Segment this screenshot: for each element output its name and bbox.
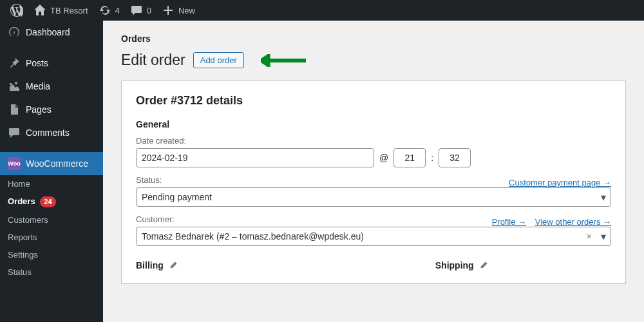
updates-count: 4 bbox=[115, 6, 120, 15]
billing-heading: Billing bbox=[136, 260, 164, 270]
menu-media[interactable]: Media bbox=[0, 75, 103, 98]
media-icon bbox=[8, 80, 21, 93]
site-link[interactable]: TB Resort bbox=[28, 0, 93, 21]
menu-media-label: Media bbox=[26, 81, 50, 91]
add-order-button[interactable]: Add order bbox=[193, 52, 244, 68]
new-link[interactable]: New bbox=[156, 0, 200, 21]
woocommerce-icon: Woo bbox=[8, 157, 21, 170]
annotation-arrow bbox=[261, 54, 306, 67]
pages-icon bbox=[8, 103, 21, 116]
arrow-icon bbox=[261, 54, 306, 67]
at-symbol: @ bbox=[379, 153, 388, 163]
wordpress-icon bbox=[10, 4, 23, 17]
submenu-customers[interactable]: Customers bbox=[0, 211, 103, 229]
svg-rect-0 bbox=[269, 59, 306, 62]
menu-comments-label: Comments bbox=[26, 128, 70, 138]
date-input[interactable] bbox=[136, 148, 374, 167]
submenu-orders[interactable]: Orders 24 bbox=[0, 193, 103, 211]
customer-value[interactable] bbox=[136, 227, 611, 246]
menu-woocommerce[interactable]: Woo WooCommerce bbox=[0, 152, 103, 175]
view-orders-link[interactable]: View other orders → bbox=[535, 217, 611, 227]
home-icon bbox=[33, 4, 46, 17]
edit-shipping-icon[interactable] bbox=[479, 261, 488, 270]
menu-pages[interactable]: Pages bbox=[0, 98, 103, 121]
order-panel: Order #3712 details General Date created… bbox=[121, 80, 626, 284]
shipping-heading: Shipping bbox=[435, 260, 474, 270]
menu-posts-label: Posts bbox=[26, 58, 48, 68]
date-created-label: Date created: bbox=[136, 136, 611, 146]
submenu-status[interactable]: Status bbox=[0, 263, 103, 281]
customer-label: Customer: bbox=[136, 214, 175, 224]
menu-dashboard-label: Dashboard bbox=[26, 27, 70, 37]
comment-icon bbox=[130, 4, 143, 17]
dashboard-icon bbox=[8, 26, 21, 39]
menu-dashboard[interactable]: Dashboard bbox=[0, 21, 103, 44]
refresh-icon bbox=[99, 4, 111, 17]
plus-icon bbox=[162, 4, 175, 17]
comments-count: 0 bbox=[147, 6, 151, 15]
menu-pages-label: Pages bbox=[26, 104, 52, 115]
order-heading: Order #3712 details bbox=[136, 94, 611, 108]
profile-link[interactable]: Profile → bbox=[492, 217, 526, 227]
wp-logo[interactable] bbox=[5, 0, 28, 21]
updates-link[interactable]: 4 bbox=[93, 0, 125, 21]
pin-icon bbox=[8, 57, 21, 70]
submenu-reports[interactable]: Reports bbox=[0, 229, 103, 246]
menu-woocommerce-label: WooCommerce bbox=[26, 158, 88, 169]
status-label: Status: bbox=[136, 175, 162, 185]
orders-badge: 24 bbox=[40, 196, 55, 207]
menu-posts[interactable]: Posts bbox=[0, 52, 103, 75]
customer-select[interactable]: × ▾ bbox=[136, 227, 611, 246]
menu-comments[interactable]: Comments bbox=[0, 121, 103, 144]
time-colon: : bbox=[431, 153, 433, 163]
submenu-home[interactable]: Home bbox=[0, 175, 103, 193]
minute-input[interactable] bbox=[439, 148, 471, 167]
customer-payment-link[interactable]: Customer payment page → bbox=[509, 178, 611, 187]
site-name: TB Resort bbox=[50, 6, 88, 15]
general-section-title: General bbox=[136, 119, 611, 129]
edit-billing-icon[interactable] bbox=[169, 261, 178, 270]
new-label: New bbox=[178, 6, 195, 15]
status-value[interactable] bbox=[136, 187, 611, 207]
submenu-orders-label: Orders bbox=[8, 196, 35, 206]
hour-input[interactable] bbox=[393, 148, 426, 167]
clear-icon[interactable]: × bbox=[587, 231, 592, 242]
submenu-settings[interactable]: Settings bbox=[0, 246, 103, 263]
breadcrumb: Orders bbox=[103, 21, 644, 52]
comments-link[interactable]: 0 bbox=[125, 0, 156, 21]
status-select[interactable]: ▾ bbox=[136, 187, 611, 207]
page-title: Edit order bbox=[121, 52, 185, 69]
comments-icon bbox=[8, 126, 21, 139]
